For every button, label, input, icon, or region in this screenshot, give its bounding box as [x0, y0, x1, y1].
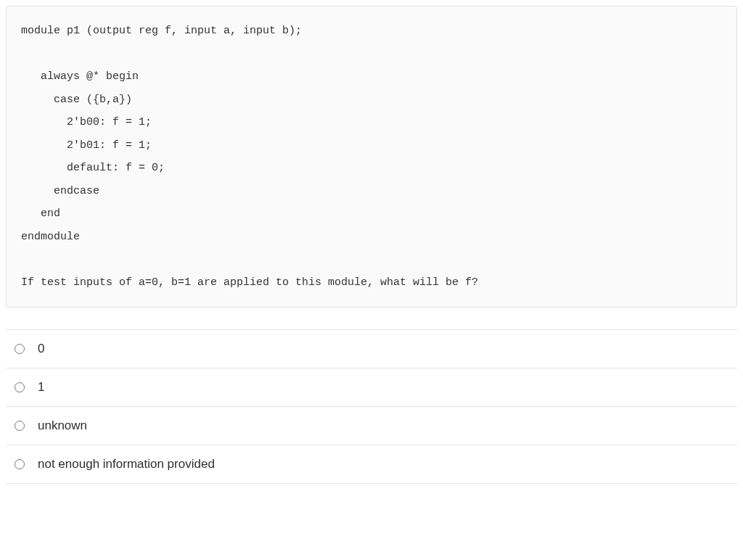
answer-label: 1 [38, 380, 44, 395]
answer-option-not-enough[interactable]: not enough information provided [6, 445, 737, 484]
code-line: case ({b,a}) [21, 94, 132, 106]
radio-unknown[interactable] [15, 421, 25, 431]
code-line: 2'b01: f = 1; [21, 139, 152, 152]
code-line: If test inputs of a=0, b=1 are applied t… [21, 276, 478, 289]
radio-0[interactable] [15, 344, 25, 354]
code-line: always @* begin [21, 70, 139, 83]
code-line: endcase [21, 185, 99, 197]
code-line: default: f = 0; [21, 162, 165, 174]
radio-1[interactable] [15, 382, 25, 392]
answer-option-unknown[interactable]: unknown [6, 407, 737, 445]
code-line: 2'b00: f = 1; [21, 116, 152, 128]
answer-label: not enough information provided [38, 457, 215, 472]
answer-label: 0 [38, 342, 44, 356]
code-line: module p1 (output reg f, input a, input … [21, 25, 302, 37]
code-line: end [21, 207, 60, 220]
code-block: module p1 (output reg f, input a, input … [6, 6, 737, 308]
answer-label: unknown [38, 419, 87, 433]
answer-option-1[interactable]: 1 [6, 368, 737, 407]
answer-options: 0 1 unknown not enough information provi… [6, 329, 737, 484]
answer-option-0[interactable]: 0 [6, 329, 737, 368]
radio-not-enough[interactable] [15, 459, 25, 469]
code-line: endmodule [21, 231, 80, 243]
